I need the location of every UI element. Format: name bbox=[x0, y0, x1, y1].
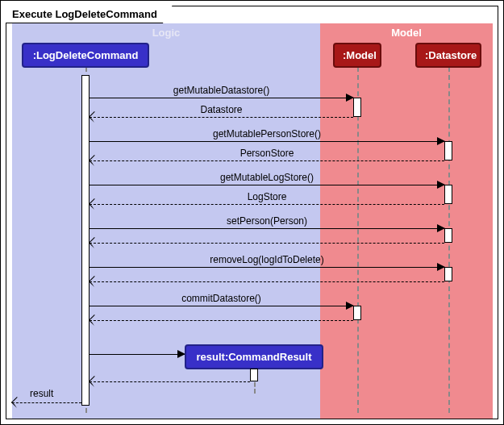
msg-label: getMutableDatastore() bbox=[90, 85, 353, 96]
return-personstore: PersonStore bbox=[90, 149, 444, 162]
msg-getMutableDatastore: getMutableDatastore() bbox=[90, 86, 353, 99]
msg-create-result bbox=[90, 343, 185, 356]
region-model-label: Model bbox=[320, 23, 493, 42]
activation-model-1 bbox=[353, 98, 361, 117]
frame-title: Execute LogDeleteCommand bbox=[6, 6, 173, 23]
msg-label: LogStore bbox=[90, 191, 444, 202]
return-final bbox=[12, 391, 81, 404]
msg-label: PersonStore bbox=[90, 148, 444, 159]
activation-ds-1 bbox=[444, 141, 452, 160]
msg-getMutablePersonStore: getMutablePersonStore() bbox=[90, 130, 444, 143]
msg-label: removeLog(logIdToDelete) bbox=[90, 254, 444, 265]
return-result-create bbox=[90, 370, 250, 383]
return-datastore: Datastore bbox=[90, 106, 353, 119]
activation-result bbox=[250, 369, 258, 381]
msg-label: getMutablePersonStore() bbox=[90, 128, 444, 140]
msg-label: getMutableLogStore() bbox=[90, 172, 444, 183]
activation-ds-4 bbox=[444, 267, 452, 281]
participant-model: :Model bbox=[333, 43, 381, 68]
activation-logdelete bbox=[81, 75, 90, 406]
activation-ds-3 bbox=[444, 228, 452, 243]
participant-datastore: :Datastore bbox=[415, 43, 481, 68]
return-removeLog bbox=[90, 270, 444, 283]
msg-label: setPerson(Person) bbox=[90, 215, 444, 227]
activation-ds-2 bbox=[444, 185, 452, 204]
msg-commitDatastore: commitDatastore() bbox=[90, 294, 353, 307]
return-logstore: LogStore bbox=[90, 193, 444, 206]
participant-logdelete: :LogDeleteCommand bbox=[22, 43, 149, 68]
return-setPerson bbox=[90, 231, 444, 244]
sequence-diagram: Execute LogDeleteCommand Logic Model :Lo… bbox=[0, 0, 504, 425]
activation-model-2 bbox=[353, 306, 361, 320]
msg-setPerson: setPerson(Person) bbox=[90, 217, 444, 230]
participant-result: result:CommandResult bbox=[185, 344, 323, 369]
msg-label: commitDatastore() bbox=[90, 293, 353, 304]
msg-label: Datastore bbox=[90, 104, 353, 115]
region-logic-label: Logic bbox=[12, 23, 320, 42]
return-commit bbox=[90, 309, 353, 322]
msg-getMutableLogStore: getMutableLogStore() bbox=[90, 173, 444, 186]
msg-removeLog: removeLog(logIdToDelete) bbox=[90, 256, 444, 269]
